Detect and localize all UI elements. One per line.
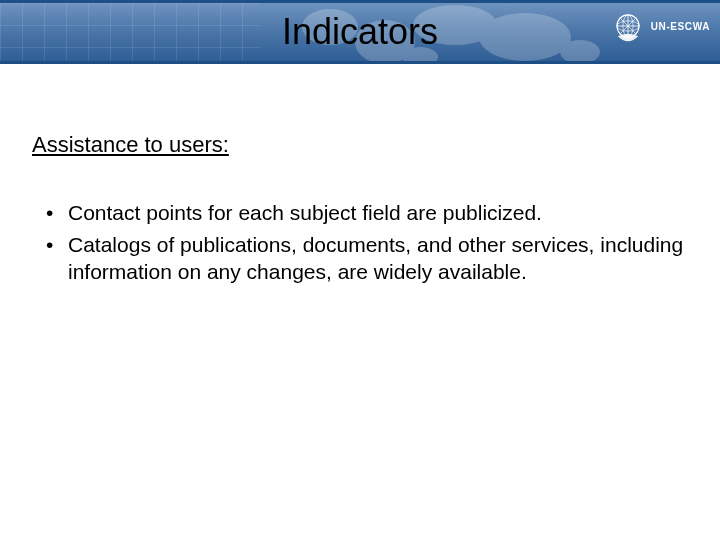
slide: Indicators UN-ESCWA Assistance to users: [0, 0, 720, 540]
bullet-list: Contact points for each subject field ar… [32, 200, 688, 285]
un-emblem-icon [611, 9, 645, 43]
org-logo: UN-ESCWA [611, 9, 710, 43]
slide-body: Assistance to users: Contact points for … [0, 64, 720, 285]
section-title: Assistance to users: [32, 132, 688, 158]
header-band: Indicators UN-ESCWA [0, 0, 720, 64]
list-item: Catalogs of publications, documents, and… [46, 232, 688, 285]
org-label: UN-ESCWA [651, 21, 710, 32]
list-item: Contact points for each subject field ar… [46, 200, 688, 226]
